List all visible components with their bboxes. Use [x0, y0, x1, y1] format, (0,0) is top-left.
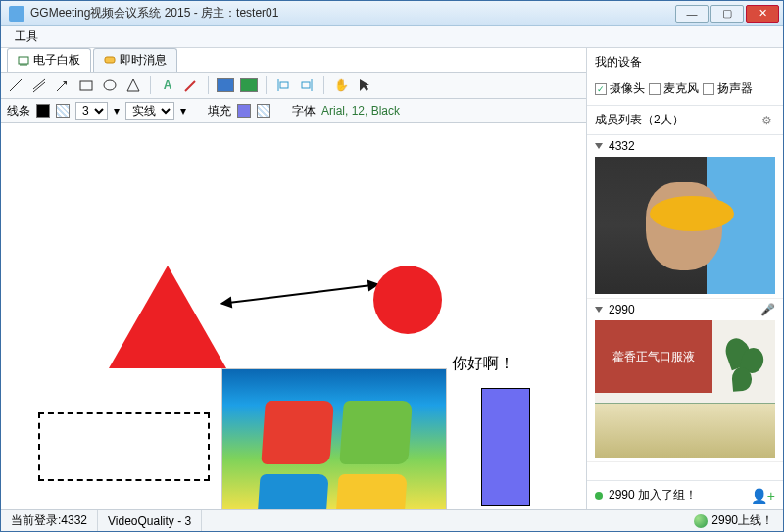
members-header: 成员列表（2人） ⚙ — [587, 105, 783, 135]
tool-image-blue[interactable] — [217, 76, 234, 94]
checkbox-icon — [649, 83, 661, 95]
shape-triangle[interactable] — [109, 266, 226, 368]
member-id: 2990 — [609, 303, 635, 316]
status-video-quality: VideoQuality - 3 — [98, 510, 202, 531]
shape-arrow[interactable] — [221, 283, 377, 304]
tab-whiteboard-label: 电子白板 — [33, 52, 80, 69]
tool-line[interactable] — [7, 76, 24, 94]
tool-arrow[interactable] — [54, 76, 72, 94]
tab-whiteboard[interactable]: 电子白板 — [7, 48, 91, 72]
gear-icon[interactable]: ⚙ — [761, 114, 775, 127]
minimize-button[interactable]: — — [675, 5, 709, 23]
whiteboard-icon — [18, 55, 29, 67]
line-width-select[interactable]: 3 — [75, 102, 108, 120]
font-label: 字体 — [292, 103, 316, 120]
tool-align-left[interactable] — [274, 76, 292, 94]
menu-tools[interactable]: 工具 — [7, 26, 46, 47]
toolbar-separator-2 — [208, 76, 209, 94]
devices-title: 我的设备 — [587, 48, 783, 76]
svg-marker-10 — [127, 79, 139, 91]
image-windows-logo[interactable] — [221, 368, 447, 509]
fill-color-swatch[interactable] — [237, 104, 251, 118]
toolbar-separator-3 — [266, 76, 267, 94]
speaker-checkbox[interactable]: 扬声器 — [703, 80, 753, 97]
camera-label: 摄像头 — [610, 80, 645, 97]
fill-pattern-swatch[interactable] — [257, 104, 270, 118]
tool-align-right[interactable] — [298, 76, 316, 94]
chat-icon — [104, 55, 116, 67]
svg-rect-12 — [280, 82, 288, 88]
checkbox-icon — [703, 83, 714, 95]
dropdown-icon-2[interactable]: ▾ — [180, 104, 186, 118]
presence-dot-icon — [595, 492, 603, 500]
plant-image — [716, 334, 769, 412]
members-title: 成员列表（2人） — [595, 112, 684, 128]
close-button[interactable]: ✕ — [746, 5, 779, 23]
line-pattern-swatch[interactable] — [56, 104, 70, 118]
members-list: 4332 2990 🎤 藿香 — [587, 135, 783, 480]
member-row[interactable]: 2990 🎤 — [587, 299, 783, 320]
window-title: GGMeeting视频会议系统 2015 - 房主：tester01 — [30, 5, 675, 22]
tool-ellipse[interactable] — [101, 76, 119, 94]
line-label: 线条 — [7, 103, 30, 120]
svg-point-9 — [104, 80, 116, 90]
font-value[interactable]: Arial, 12, Black — [321, 104, 400, 118]
checkbox-icon: ✓ — [595, 83, 607, 95]
product-box-text: 藿香正气口服液 — [595, 320, 712, 393]
tool-image-green[interactable] — [240, 76, 258, 94]
tool-triangle[interactable] — [124, 76, 142, 94]
svg-marker-15 — [360, 79, 369, 91]
tabs: 电子白板 即时消息 — [1, 48, 586, 72]
tool-pen[interactable] — [182, 76, 200, 94]
shape-circle[interactable] — [373, 266, 442, 334]
svg-rect-0 — [19, 57, 28, 64]
whiteboard-canvas[interactable]: 你好啊！ — [1, 123, 586, 509]
status-bubble-icon — [694, 514, 708, 528]
shape-dashed-rect[interactable] — [38, 412, 210, 481]
svg-line-3 — [10, 79, 22, 91]
member-item: 2990 🎤 藿香正气口服液 — [587, 299, 783, 462]
status-login: 当前登录:4332 — [1, 510, 98, 531]
maximize-button[interactable]: ▢ — [710, 5, 744, 23]
content: 电子白板 即时消息 A — [1, 48, 783, 509]
menubar: 工具 — [1, 26, 783, 48]
join-notice: 2990 加入了组！ 👤+ — [587, 480, 783, 509]
app-icon — [9, 6, 24, 22]
dropdown-icon[interactable]: ▾ — [114, 104, 120, 118]
tool-text[interactable]: A — [159, 76, 176, 94]
member-video-thumb[interactable] — [595, 157, 775, 294]
member-row[interactable]: 4332 — [587, 135, 783, 157]
camera-checkbox[interactable]: ✓ 摄像头 — [595, 80, 645, 97]
toolbar-separator — [150, 76, 151, 94]
app-window: GGMeeting视频会议系统 2015 - 房主：tester01 — ▢ ✕… — [0, 0, 784, 532]
add-user-icon[interactable]: 👤+ — [751, 488, 775, 504]
line-style-select[interactable]: 实线 — [125, 102, 174, 120]
left-pane: 电子白板 即时消息 A — [1, 48, 587, 509]
member-video-thumb[interactable]: 藿香正气口服液 — [595, 320, 775, 458]
device-options: ✓ 摄像头 麦克风 扬声器 — [587, 76, 783, 105]
shape-purple-rect[interactable] — [481, 388, 530, 506]
tool-hand[interactable]: ✋ — [332, 76, 350, 94]
chevron-down-icon — [595, 307, 603, 313]
member-item: 4332 — [587, 135, 783, 299]
windows-flag-icon — [256, 401, 413, 510]
svg-rect-14 — [302, 82, 310, 88]
mic-label: 麦克风 — [663, 80, 699, 97]
right-pane: 我的设备 ✓ 摄像头 麦克风 扬声器 成员列表（2人） ⚙ — [587, 48, 783, 509]
tool-pointer[interactable] — [356, 76, 373, 94]
tool-line-double[interactable] — [30, 76, 48, 94]
tool-rect[interactable] — [77, 76, 95, 94]
speaker-label: 扬声器 — [717, 80, 753, 97]
tab-im-label: 即时消息 — [120, 52, 167, 69]
mic-checkbox[interactable]: 麦克风 — [649, 80, 699, 97]
titlebar: GGMeeting视频会议系统 2015 - 房主：tester01 — ▢ ✕ — [1, 1, 783, 26]
svg-rect-2 — [105, 57, 115, 63]
line-color-swatch[interactable] — [36, 104, 50, 118]
text-greeting[interactable]: 你好啊！ — [452, 354, 514, 374]
tab-im[interactable]: 即时消息 — [93, 48, 177, 72]
member-id: 4332 — [609, 139, 635, 153]
join-notice-text: 2990 加入了组！ — [609, 487, 697, 504]
statusbar: 当前登录:4332 VideoQuality - 3 2990上线！ — [1, 509, 783, 531]
window-buttons: — ▢ ✕ — [675, 5, 779, 23]
status-online-notice: 2990上线！ — [684, 510, 783, 531]
